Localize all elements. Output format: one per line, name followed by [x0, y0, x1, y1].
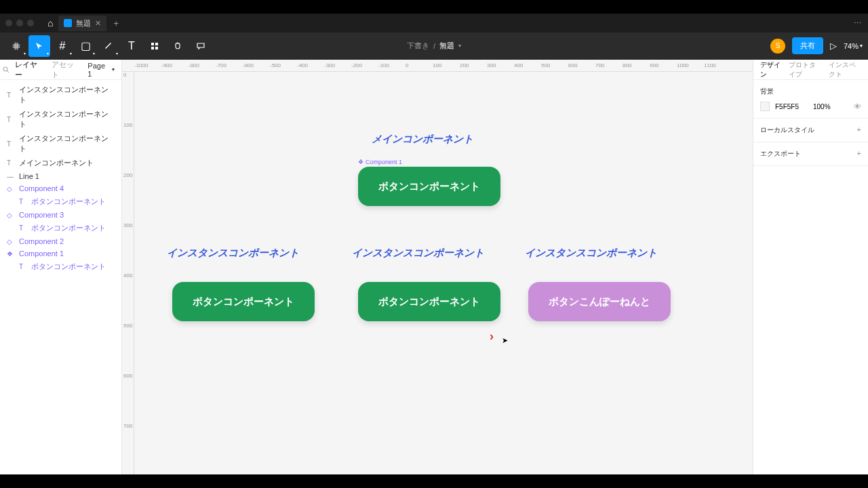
close-icon[interactable]: ✕ [95, 19, 101, 28]
layer-item[interactable]: ◇Component 4 [0, 182, 121, 195]
frame-tool-icon[interactable]: # [52, 35, 73, 57]
pen-tool-icon[interactable] [98, 35, 119, 57]
play-icon[interactable]: ▷ [830, 41, 837, 51]
layers-list: TインスタンスコンポーネントTインスタンスコンポーネントTインスタンスコンポーネ… [0, 80, 121, 474]
layer-item[interactable]: Tメインコンポーネント [0, 156, 121, 170]
menu-icon[interactable]: ⋯ [854, 19, 861, 28]
tab-prototype[interactable]: プロトタイプ [789, 60, 821, 79]
titlebar: ⌂ 無題 ✕ + ⋯ [0, 14, 868, 33]
svg-rect-1 [155, 43, 158, 45]
collaborator-cursor: › [490, 329, 494, 344]
layer-item[interactable]: Tボタンコンポーネント [0, 195, 121, 209]
page-selector[interactable]: Page 1▾ [87, 62, 115, 78]
text-tool-icon[interactable]: T [121, 35, 142, 57]
resources-tool-icon[interactable] [144, 35, 165, 57]
background-section: 背景 👁 [753, 80, 868, 119]
close-dot[interactable] [5, 20, 12, 26]
svg-rect-2 [151, 47, 154, 49]
tab-label: 無題 [76, 18, 91, 28]
main-component-label[interactable]: メインコンポーネント [372, 133, 473, 146]
layer-item[interactable]: Tインスタンスコンポーネント [0, 107, 121, 131]
instance-button-2[interactable]: ボタンコンポーネント [358, 282, 500, 321]
file-icon [64, 19, 72, 27]
export-section: エクスポート + [753, 142, 868, 166]
search-icon[interactable] [3, 66, 9, 73]
add-style-icon[interactable]: + [857, 125, 861, 134]
left-panel: レイヤー アセット Page 1▾ TインスタンスコンポーネントTインスタンスコ… [0, 60, 122, 474]
canvas-area[interactable]: -1000-900-800-700-600-500-400-300-200-10… [122, 60, 753, 474]
min-dot[interactable] [16, 20, 23, 26]
toolbar: # ▢ T 下書き / 無題 ▾ S 共有 ▷ 74%▾ [0, 33, 868, 60]
bg-swatch[interactable] [760, 102, 770, 111]
local-styles-title: ローカルスタイル [760, 126, 814, 134]
instance-label-3[interactable]: インスタンスコンポーネント [525, 247, 657, 260]
layer-item[interactable]: Tボタンコンポーネント [0, 221, 121, 235]
right-panel: デザイン プロトタイプ インスペクト 背景 👁 ローカルスタイル + エクスポー… [753, 60, 868, 474]
layer-item[interactable]: ◇Component 3 [0, 209, 121, 221]
component-icon: ❖ [358, 159, 363, 165]
avatar[interactable]: S [770, 39, 785, 54]
layer-item[interactable]: Tインスタンスコンポーネント [0, 83, 121, 107]
bg-opacity-input[interactable] [813, 103, 836, 110]
layer-item[interactable]: Tボタンコンポーネント [0, 260, 121, 274]
ruler-vertical: 0100200300400500600700 [122, 72, 134, 474]
hand-tool-icon[interactable] [167, 35, 189, 57]
file-tab[interactable]: 無題 ✕ [58, 16, 106, 31]
svg-line-5 [7, 70, 9, 73]
bg-title: 背景 [760, 87, 861, 96]
chevron-down-icon[interactable]: ▾ [458, 43, 461, 49]
instance-label-2[interactable]: インスタンスコンポーネント [352, 247, 484, 260]
max-dot[interactable] [27, 20, 34, 26]
file-name: 無題 [439, 41, 454, 51]
instance-button-3[interactable]: ボタンこんぽーねんと [528, 282, 671, 321]
main-menu-icon[interactable] [5, 35, 27, 57]
component-badge[interactable]: ❖ Component 1 [358, 159, 402, 165]
layer-item[interactable]: ❖Component 1 [0, 247, 121, 260]
add-tab-icon[interactable]: + [113, 18, 119, 28]
export-title: エクスポート [760, 150, 801, 157]
ruler-horizontal: -1000-900-800-700-600-500-400-300-200-10… [122, 60, 753, 72]
instance-button-1[interactable]: ボタンコンポーネント [172, 282, 315, 321]
tab-assets[interactable]: アセット [52, 60, 80, 80]
window-controls[interactable] [5, 20, 34, 26]
tab-design[interactable]: デザイン [760, 60, 782, 79]
layer-item[interactable]: Tインスタンスコンポーネント [0, 131, 121, 156]
home-icon[interactable]: ⌂ [47, 18, 53, 28]
visibility-icon[interactable]: 👁 [854, 102, 861, 110]
file-breadcrumb[interactable]: 下書き / 無題 ▾ [407, 41, 461, 51]
shape-tool-icon[interactable]: ▢ [75, 35, 96, 57]
share-button[interactable]: 共有 [792, 37, 823, 54]
local-styles-section: ローカルスタイル + [753, 119, 868, 142]
status-label: 下書き [407, 41, 429, 51]
svg-rect-0 [151, 43, 154, 45]
zoom-value: 74% [844, 42, 859, 50]
add-export-icon[interactable]: + [857, 149, 861, 157]
tab-inspect[interactable]: インスペクト [829, 60, 861, 79]
comment-tool-icon[interactable] [190, 35, 212, 57]
layer-item[interactable]: —Line 1 [0, 170, 121, 182]
layer-item[interactable]: ◇Component 2 [0, 235, 121, 247]
cursor-icon: ➤ [502, 336, 508, 345]
zoom-control[interactable]: 74%▾ [844, 42, 863, 50]
instance-label-1[interactable]: インスタンスコンポーネント [167, 247, 299, 260]
bg-hex-input[interactable] [775, 103, 808, 110]
svg-rect-3 [155, 47, 158, 49]
main-button[interactable]: ボタンコンポーネント [358, 167, 500, 206]
tab-layers[interactable]: レイヤー [15, 60, 43, 80]
move-tool-icon[interactable] [28, 35, 50, 57]
